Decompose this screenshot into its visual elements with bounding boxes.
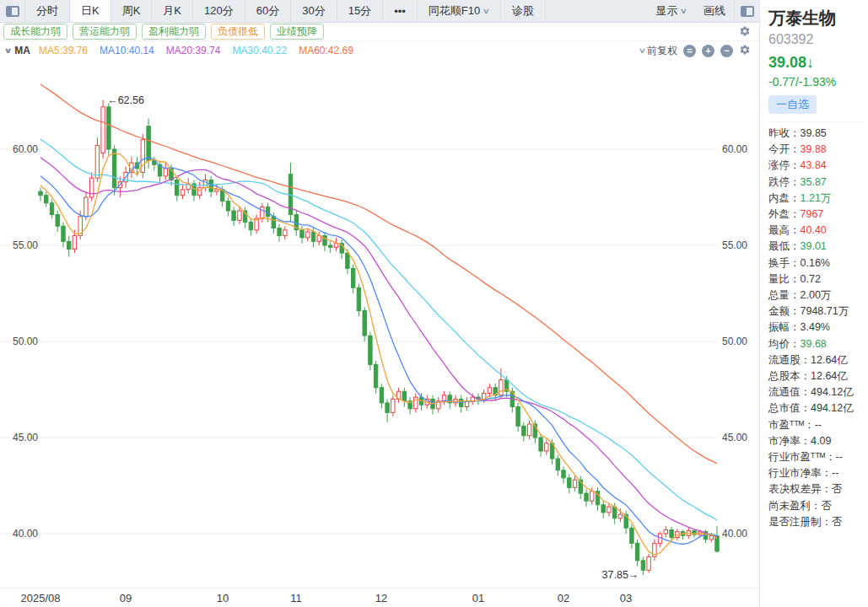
stat-value: 39.68 <box>801 336 827 352</box>
stat-row: 最高40.40 <box>768 223 863 239</box>
stat-row: 总市值494.12亿 <box>768 400 863 416</box>
gear-icon[interactable] <box>739 25 751 40</box>
fundamental-tag[interactable]: 营运能力弱 <box>73 24 137 40</box>
fundamental-tag[interactable]: 成长能力弱 <box>3 24 67 40</box>
period-tab-label: ••• <box>394 5 406 18</box>
svg-text:60.00: 60.00 <box>13 143 38 155</box>
period-tab[interactable]: 30分 <box>291 0 337 22</box>
stock-name: 万泰生物 <box>768 7 863 30</box>
x-axis-label: 2025/08 <box>21 592 61 604</box>
panel-toggle-right-button[interactable] <box>734 0 759 22</box>
stat-value: 0.16% <box>801 255 830 271</box>
stat-label: 均价 <box>768 336 801 352</box>
stat-value: 39.85 <box>801 126 827 142</box>
zoom-in-icon[interactable]: + <box>702 45 714 57</box>
stat-label: 最低 <box>768 239 801 255</box>
stat-row: 内盘1.21万 <box>768 191 863 207</box>
price-down-arrow-icon: ↓ <box>806 54 814 71</box>
stat-value: 否 <box>822 498 833 514</box>
zoom-out-icon[interactable]: − <box>720 45 733 57</box>
period-tab[interactable]: 日K <box>70 0 111 22</box>
period-tab[interactable]: 分时 <box>25 0 70 22</box>
stat-label: 昨收 <box>768 126 801 142</box>
stat-value: 39.01 <box>801 239 827 255</box>
period-tab-label: 周K <box>122 3 141 19</box>
stat-value: 40.40 <box>801 223 827 239</box>
stat-value: 12.64亿 <box>811 368 848 384</box>
display-menu-label: 显示 <box>655 3 677 19</box>
ma-legend-item: MA10:40.14 <box>100 45 154 56</box>
panel-left-icon <box>6 6 19 17</box>
kline-chart-svg: 60.0060.0055.0055.0050.0050.0045.0045.00… <box>0 60 759 588</box>
stat-row: 表决权差异否 <box>768 481 863 497</box>
ma-legend-item: MA5:39.76 <box>39 45 88 56</box>
fundamental-tag[interactable]: 盈利能力弱 <box>142 24 206 40</box>
ma-legend-item: MA20:39.74 <box>166 45 221 56</box>
period-tab[interactable]: 周K <box>111 0 153 22</box>
period-tab[interactable]: 15分 <box>337 0 383 22</box>
kline-chart[interactable]: 60.0060.0055.0055.0050.0050.0045.0045.00… <box>0 60 759 588</box>
period-tab-label: 120分 <box>204 3 234 19</box>
stat-value: 0.72 <box>801 271 821 287</box>
ma5-line <box>40 153 717 555</box>
panel-toggle-left-button[interactable] <box>0 0 25 22</box>
x-axis-label: 10 <box>217 592 229 604</box>
svg-text:60.00: 60.00 <box>722 143 747 155</box>
svg-text:40.00: 40.00 <box>722 528 747 540</box>
stat-row: 市盈ᵀᵀᴹ-- <box>768 417 863 433</box>
stat-value: 7967 <box>801 207 824 223</box>
stat-row: 今开39.88 <box>768 142 863 158</box>
stat-row: 总量2.00万 <box>768 287 863 304</box>
period-tab[interactable]: 同花顺F10∨ <box>418 0 501 22</box>
ma-collapse-toggle[interactable]: ∨ MA <box>5 45 30 56</box>
period-tab-label: 日K <box>81 3 100 19</box>
stat-label: 流通股 <box>768 352 811 368</box>
extreme-price-label: ←62.56 <box>107 94 144 106</box>
stat-value: 35.87 <box>801 175 827 191</box>
period-tab-label: 30分 <box>302 3 325 19</box>
stat-label: 行业市盈ᵀᵀᴹ <box>768 449 836 465</box>
stat-row: 外盘7967 <box>768 207 863 223</box>
fundamental-tag[interactable]: 负债很低 <box>211 24 265 40</box>
stat-label: 外盘 <box>768 207 801 223</box>
ma-legend-item: MA60:42.69 <box>299 45 353 56</box>
period-tab[interactable]: ••• <box>383 0 418 22</box>
display-menu-button[interactable]: 显示 ∨ <box>647 0 695 22</box>
stat-value: 494.12亿 <box>811 384 854 400</box>
ma-indicator-bar: ∨ MA MA5:39.76MA10:40.14MA20:39.74MA30:4… <box>0 41 759 60</box>
x-axis-label: 09 <box>120 592 132 604</box>
stat-row: 涨停43.84 <box>768 158 863 174</box>
period-tab-label: 60分 <box>256 3 279 19</box>
fundamental-tags-row: 成长能力弱营运能力弱盈利能力弱负债很低业绩预降 <box>0 23 759 41</box>
gear-icon <box>739 44 751 56</box>
period-tab[interactable]: 120分 <box>193 0 245 22</box>
gear-icon[interactable] <box>739 44 751 58</box>
period-toolbar: 分时日K周K月K120分60分30分15分•••同花顺F10∨诊股 显示 ∨ 画… <box>0 0 759 23</box>
period-tab[interactable]: 月K <box>152 0 193 22</box>
period-tab-label: 15分 <box>348 3 371 19</box>
stat-label: 尚未盈利 <box>768 498 822 514</box>
x-axis-label: 12 <box>375 592 387 604</box>
stat-row: 流通股12.64亿 <box>768 352 863 368</box>
trading-app-window: 分时日K周K月K120分60分30分15分•••同花顺F10∨诊股 显示 ∨ 画… <box>0 0 868 607</box>
stat-row: 换手0.16% <box>768 255 863 271</box>
stat-value: 12.64亿 <box>811 352 848 368</box>
gear-icon <box>739 25 751 37</box>
fundamental-tag[interactable]: 业绩预降 <box>270 24 324 40</box>
stat-row: 金额7948.71万 <box>768 304 863 320</box>
adjust-mode-dropdown[interactable]: ∨ 前复权 <box>636 44 677 58</box>
stat-label: 市净率 <box>768 433 811 449</box>
grid-lines: 60.0060.0055.0055.0050.0050.0045.0045.00… <box>0 143 747 540</box>
stat-label: 表决权差异 <box>768 481 832 497</box>
period-tab[interactable]: 诊股 <box>501 0 546 22</box>
svg-text:45.00: 45.00 <box>13 432 38 443</box>
period-tab-label: 分时 <box>36 3 58 19</box>
toolbar-right-group: 显示 ∨ 画线 <box>647 0 759 22</box>
svg-text:55.00: 55.00 <box>722 239 747 251</box>
period-tab[interactable]: 60分 <box>245 0 291 22</box>
remove-watchlist-button[interactable]: 一自选 <box>768 95 817 114</box>
draw-line-button[interactable]: 画线 <box>695 0 734 22</box>
indicator-menu-icon[interactable]: = <box>683 45 696 57</box>
stat-row: 振幅3.49% <box>768 320 863 336</box>
stat-label: 换手 <box>768 255 801 271</box>
